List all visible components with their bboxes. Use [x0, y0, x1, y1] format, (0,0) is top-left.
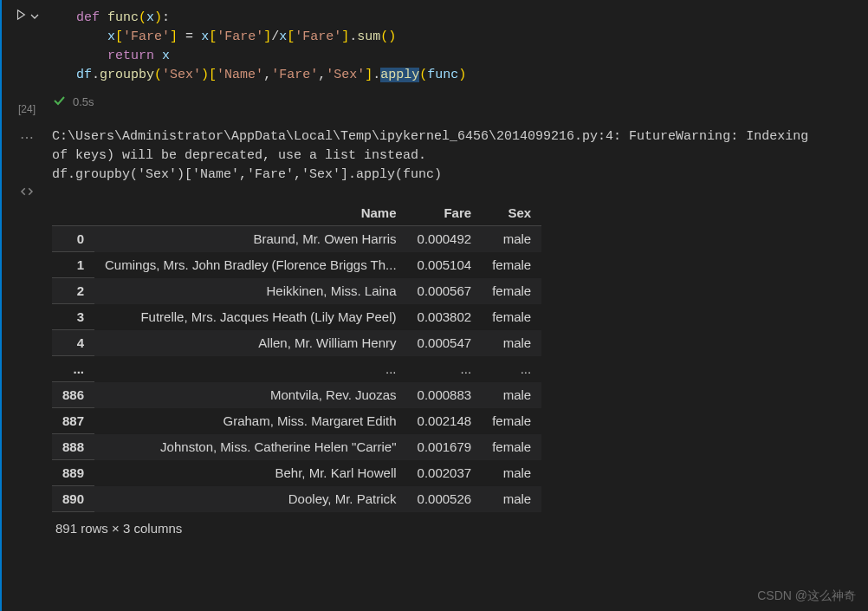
row-index: 1 — [52, 252, 94, 278]
table-row: 0Braund, Mr. Owen Harris0.000492male — [52, 226, 541, 252]
cell: 0.002148 — [407, 408, 483, 434]
cell: Futrelle, Mrs. Jacques Heath (Lily May P… — [94, 304, 407, 330]
str-fare: 'Fare' — [217, 29, 263, 44]
var-x: x — [107, 29, 115, 44]
row-index: 2 — [52, 278, 94, 304]
elapsed-time: 0.5s — [73, 95, 94, 108]
cell: 0.000883 — [407, 382, 483, 408]
cell: male — [482, 330, 541, 356]
cell: female — [482, 252, 541, 278]
table-row: 4Allen, Mr. William Henry0.000547male — [52, 330, 541, 356]
cell: ... — [94, 356, 407, 382]
str-fare: 'Fare' — [271, 68, 318, 82]
table-row: 886Montvila, Rev. Juozas0.000883male — [52, 382, 541, 408]
table-row: 889Behr, Mr. Karl Howell0.002037male — [52, 460, 541, 486]
row-index: 3 — [52, 304, 94, 330]
str-sex: 'Sex' — [326, 68, 365, 82]
cell: female — [482, 278, 541, 304]
cell: male — [482, 382, 541, 408]
cell: Graham, Miss. Margaret Edith — [94, 408, 407, 434]
row-index: 0 — [52, 226, 94, 252]
cell: male — [482, 226, 541, 252]
warning-line: df.groupby('Sex')['Name','Fare','Sex'].a… — [52, 166, 868, 185]
str-fare: 'Fare' — [295, 29, 341, 44]
cell: 0.003802 — [407, 304, 483, 330]
column-header — [52, 200, 94, 226]
cell: ... — [407, 356, 483, 382]
dataframe-shape: 891 rows × 3 columns — [52, 512, 868, 536]
cell: 0.001679 — [407, 434, 483, 460]
cell: Cumings, Mrs. John Bradley (Florence Bri… — [94, 252, 407, 278]
row-index: 890 — [52, 486, 94, 512]
keyword-def: def — [76, 10, 100, 25]
column-header: Name — [94, 200, 407, 226]
cell: 0.000492 — [407, 226, 483, 252]
func-name: func — [107, 10, 139, 25]
execution-count: [24] — [18, 103, 36, 115]
cell: female — [482, 434, 541, 460]
watermark: CSDN @这么神奇 — [757, 588, 856, 604]
chevron-down-icon[interactable] — [30, 10, 39, 23]
cell: 0.002037 — [407, 460, 483, 486]
keyword-return: return — [107, 49, 154, 63]
row-index: 889 — [52, 460, 94, 486]
cell: ... — [482, 356, 541, 382]
table-row: 1Cumings, Mrs. John Bradley (Florence Br… — [52, 252, 541, 278]
var-x: x — [201, 29, 209, 44]
run-cell-icon[interactable] — [15, 9, 27, 23]
cell: 0.000526 — [407, 486, 483, 512]
warning-line: of keys) will be deprecated, use a list … — [52, 146, 868, 166]
row-index: 888 — [52, 434, 94, 460]
cell: 0.000547 — [407, 330, 483, 356]
dataframe-output: NameFareSex 0Braund, Mr. Owen Harris0.00… — [52, 200, 541, 512]
cell: 0.000567 — [407, 278, 483, 304]
row-index: 887 — [52, 408, 94, 434]
output-mime-icon[interactable] — [2, 184, 52, 202]
table-row: 887Graham, Miss. Margaret Edith0.002148f… — [52, 408, 541, 434]
method-sum: sum — [357, 29, 380, 44]
cell-status: 0.5s — [52, 94, 868, 110]
table-row: ............ — [52, 356, 541, 382]
row-index: ... — [52, 356, 94, 382]
str-name: 'Name' — [217, 68, 263, 82]
check-icon — [52, 94, 66, 110]
var-x: x — [162, 49, 170, 63]
cell: female — [482, 304, 541, 330]
var-x: x — [279, 29, 287, 44]
str-fare: 'Fare' — [123, 29, 170, 44]
cell: Dooley, Mr. Patrick — [94, 486, 407, 512]
table-row: 888Johnston, Miss. Catherine Helen "Carr… — [52, 434, 541, 460]
method-groupby: groupby — [100, 68, 154, 82]
cell: Behr, Mr. Karl Howell — [94, 460, 407, 486]
warning-output: C:\Users\Administrator\AppData\Local\Tem… — [52, 127, 868, 185]
cell: male — [482, 460, 541, 486]
cell: male — [482, 486, 541, 512]
row-index: 4 — [52, 330, 94, 356]
cell: Allen, Mr. William Henry — [94, 330, 407, 356]
cell: female — [482, 408, 541, 434]
warning-line: C:\Users\Administrator\AppData\Local\Tem… — [52, 127, 868, 146]
cell: Montvila, Rev. Juozas — [94, 382, 407, 408]
more-actions-icon[interactable]: ⋯ — [2, 129, 52, 146]
column-header: Fare — [407, 200, 483, 226]
arg-func: func — [427, 68, 458, 82]
str-sex: 'Sex' — [162, 68, 201, 82]
var-df: df — [76, 68, 92, 82]
table-row: 3Futrelle, Mrs. Jacques Heath (Lily May … — [52, 304, 541, 330]
code-editor[interactable]: def func(x): x['Fare'] = x['Fare']/x['Fa… — [52, 5, 868, 90]
cell: Heikkinen, Miss. Laina — [94, 278, 407, 304]
cell: Johnston, Miss. Catherine Helen "Carrie" — [94, 434, 407, 460]
cell: 0.005104 — [407, 252, 483, 278]
param-x: x — [146, 10, 154, 25]
column-header: Sex — [482, 200, 541, 226]
row-index: 886 — [52, 382, 94, 408]
table-row: 890Dooley, Mr. Patrick0.000526male — [52, 486, 541, 512]
cell: Braund, Mr. Owen Harris — [94, 226, 407, 252]
method-apply: apply — [380, 68, 419, 82]
table-row: 2Heikkinen, Miss. Laina0.000567female — [52, 278, 541, 304]
